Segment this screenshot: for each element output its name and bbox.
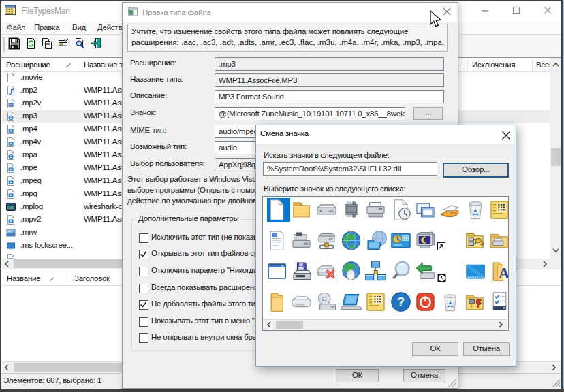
- svg-text:010: 010: [7, 206, 15, 210]
- svg-text:?: ?: [397, 295, 405, 309]
- svg-text:A: A: [499, 265, 509, 282]
